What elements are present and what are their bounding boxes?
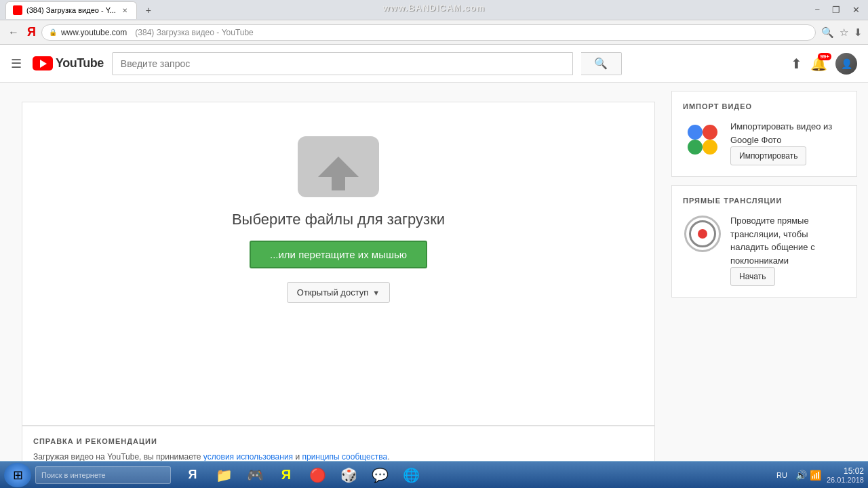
live-icon-wrap bbox=[683, 214, 722, 253]
folder-icon: 📁 bbox=[216, 467, 233, 483]
tab-favicon bbox=[13, 5, 22, 15]
clock: 15:02 26.01.2018 bbox=[827, 466, 864, 484]
live-middle-ring bbox=[689, 220, 716, 247]
address-bookmark-icon[interactable]: ☆ bbox=[840, 26, 848, 39]
header-actions: ⬆ 🔔 99+ 👤 bbox=[791, 53, 857, 75]
import-video-card: ИМПОРТ ВИДЕО Импортировать видео из Goog… bbox=[671, 91, 857, 177]
live-streams-title: ПРЯМЫЕ ТРАНСЛЯЦИИ bbox=[683, 197, 846, 205]
browser-icon: 🌐 bbox=[403, 467, 420, 483]
import-card-text: Импортировать видео из Google Фото Импор… bbox=[730, 120, 846, 165]
google-photos-icon bbox=[686, 123, 719, 157]
back-button[interactable]: ← bbox=[5, 25, 22, 40]
yandex-logo[interactable]: Я bbox=[27, 25, 36, 39]
avatar[interactable]: 👤 bbox=[835, 53, 857, 75]
upload-icon-visual bbox=[298, 136, 379, 197]
tray-icon-1[interactable]: 🔊 bbox=[795, 470, 807, 481]
url-page-title: (384) Загрузка видео - YouTube bbox=[135, 28, 253, 37]
import-button[interactable]: Импортировать bbox=[730, 146, 806, 165]
import-description: Импортировать видео из Google Фото bbox=[730, 120, 846, 146]
taskbar-apps: Я 📁 🎮 Я 🔴 🎲 💬 🌐 bbox=[178, 463, 426, 487]
access-arrow-icon: ▼ bbox=[372, 289, 380, 297]
import-video-title: ИМПОРТ ВИДЕО bbox=[683, 102, 846, 110]
tray-icon-2[interactable]: 📶 bbox=[810, 470, 821, 481]
hamburger-menu[interactable]: ☰ bbox=[11, 56, 22, 71]
maximize-button[interactable]: ❐ bbox=[829, 3, 843, 16]
address-bar: ← Я 🔒 www.youtube.com (384) Загрузка вид… bbox=[0, 20, 868, 45]
search-button[interactable]: 🔍 bbox=[581, 52, 622, 75]
taskbar-right: RU 🔊 📶 15:02 26.01.2018 bbox=[776, 466, 864, 484]
minecraft-icon: 🎮 bbox=[247, 467, 264, 483]
help-title: СПРАВКА И РЕКОМЕНДАЦИИ bbox=[33, 437, 644, 445]
windows-icon: ⊞ bbox=[13, 468, 23, 483]
live-streams-card: ПРЯМЫЕ ТРАНСЛЯЦИИ Проводите прямые транс… bbox=[671, 185, 857, 298]
red-app-icon: 🔴 bbox=[309, 467, 326, 483]
skype-icon: 💬 bbox=[372, 467, 389, 483]
upload-icon[interactable]: ⬆ bbox=[791, 56, 802, 72]
youtube-icon bbox=[33, 56, 53, 70]
date-display: 26.01.2018 bbox=[827, 476, 864, 484]
tab-close-button[interactable]: ✕ bbox=[120, 5, 130, 15]
notifications-wrap: 🔔 99+ bbox=[810, 56, 827, 72]
taskbar-search[interactable] bbox=[35, 466, 171, 484]
tray-icons: 🔊 📶 bbox=[795, 470, 821, 481]
start-live-button[interactable]: Начать bbox=[730, 267, 775, 286]
upload-section: Выберите файлы для загрузки ...или перет… bbox=[22, 102, 655, 426]
address-bar-actions: 🔍 ☆ ⬇ bbox=[821, 26, 863, 39]
youtube-header: ☰ YouTube 🔍 ⬆ 🔔 99+ 👤 bbox=[0, 45, 868, 83]
new-tab-button[interactable]: + bbox=[141, 3, 156, 18]
live-description: Проводите прямые трансляции, чтобы налад… bbox=[730, 214, 846, 267]
youtube-name: YouTube bbox=[56, 56, 104, 70]
taskbar-app-yandex[interactable]: Я bbox=[178, 463, 208, 487]
notification-badge: 99+ bbox=[818, 53, 831, 60]
language-indicator: RU bbox=[776, 471, 787, 479]
upload-title: Выберите файлы для загрузки bbox=[232, 211, 445, 228]
upload-shape bbox=[298, 136, 379, 197]
yandex-icon-2: Я bbox=[281, 467, 291, 483]
upload-files-button[interactable]: ...или перетащите их мышью bbox=[250, 241, 427, 268]
arrow-up-icon bbox=[318, 157, 359, 190]
yandex-browser-icon: Я bbox=[189, 468, 197, 482]
youtube-logo[interactable]: YouTube bbox=[33, 56, 104, 70]
access-dropdown-button[interactable]: Открытый доступ ▼ bbox=[287, 282, 390, 303]
browser-tab[interactable]: (384) Загрузка видео - Y... ✕ bbox=[5, 1, 137, 19]
search-input[interactable] bbox=[112, 52, 573, 75]
taskbar-app-skype[interactable]: 💬 bbox=[365, 463, 395, 487]
taskbar-app-cube[interactable]: 🎲 bbox=[334, 463, 363, 487]
terms-link[interactable]: условия использования bbox=[203, 452, 293, 462]
taskbar-app-folder[interactable]: 📁 bbox=[209, 463, 239, 487]
arrow-stem bbox=[332, 177, 345, 190]
tab-title: (384) Загрузка видео - Y... bbox=[26, 6, 116, 14]
live-card-body: Проводите прямые трансляции, чтобы налад… bbox=[683, 214, 846, 286]
minimize-button[interactable]: − bbox=[812, 3, 823, 16]
taskbar: ⊞ Я 📁 🎮 Я 🔴 🎲 💬 🌐 RU 🔊 📶 bbox=[0, 461, 868, 488]
title-bar-right: − ❐ ✕ bbox=[812, 3, 863, 16]
sidebar: ИМПОРТ ВИДЕО Импортировать видео из Goog… bbox=[671, 83, 868, 488]
taskbar-app-yandex2[interactable]: Я bbox=[271, 463, 301, 487]
petal-yellow bbox=[703, 140, 717, 155]
address-search-icon[interactable]: 🔍 bbox=[821, 26, 834, 39]
time-display: 15:02 bbox=[827, 466, 864, 476]
taskbar-app-minecraft[interactable]: 🎮 bbox=[240, 463, 270, 487]
bandicam-watermark: www.BANDICAM.com bbox=[383, 3, 486, 13]
arrow-triangle bbox=[318, 157, 359, 177]
access-label: Открытый доступ bbox=[297, 287, 368, 298]
main-content: Выберите файлы для загрузки ...или перет… bbox=[0, 83, 868, 488]
close-button[interactable]: ✕ bbox=[850, 3, 863, 16]
lock-icon: 🔒 bbox=[49, 28, 57, 36]
url-bar[interactable]: 🔒 www.youtube.com (384) Загрузка видео -… bbox=[41, 24, 816, 41]
url-domain: www.youtube.com bbox=[61, 28, 127, 37]
start-button[interactable]: ⊞ bbox=[4, 463, 31, 487]
import-card-body: Импортировать видео из Google Фото Импор… bbox=[683, 120, 846, 165]
petal-blue bbox=[688, 125, 703, 140]
community-link[interactable]: принципы сообщества bbox=[302, 452, 387, 462]
live-card-text: Проводите прямые трансляции, чтобы налад… bbox=[730, 214, 846, 286]
petal-red bbox=[703, 125, 717, 140]
cube-icon: 🎲 bbox=[340, 467, 357, 483]
address-download-icon[interactable]: ⬇ bbox=[854, 26, 863, 39]
taskbar-app-browser2[interactable]: 🌐 bbox=[396, 463, 426, 487]
petal-green bbox=[688, 140, 703, 155]
title-bar: (384) Загрузка видео - Y... ✕ + www.BAND… bbox=[0, 0, 868, 20]
taskbar-app-red[interactable]: 🔴 bbox=[302, 463, 332, 487]
title-bar-left: (384) Загрузка видео - Y... ✕ + bbox=[5, 1, 156, 19]
google-photos-icon-wrap bbox=[683, 120, 722, 159]
